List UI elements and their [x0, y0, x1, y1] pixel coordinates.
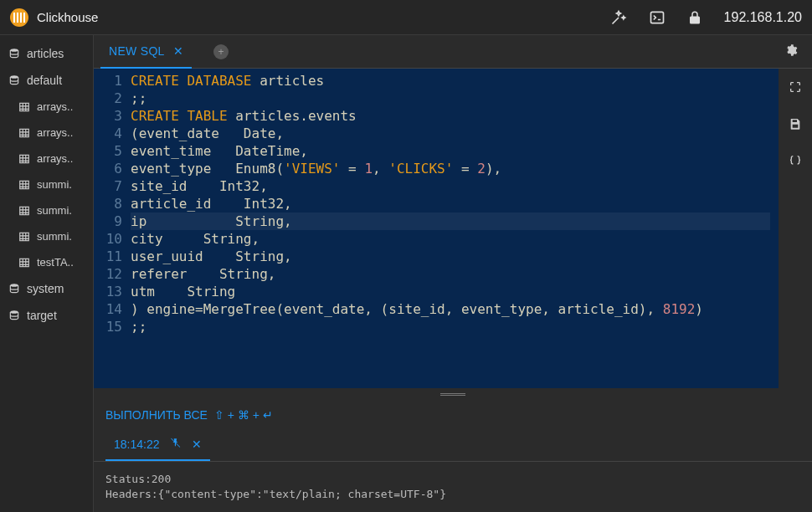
sidebar-item-label: arrays.. — [37, 126, 73, 139]
line-number: 3 — [94, 107, 122, 125]
table-icon — [18, 257, 30, 269]
topbar-left: Clickhouse — [10, 8, 98, 27]
sidebar-item-label: default — [27, 74, 62, 87]
line-number: 10 — [94, 230, 122, 248]
run-all-shortcut: ⇧ + ⌘ + ↵ — [214, 408, 273, 422]
app-logo — [10, 8, 28, 27]
code-line: article_id Int32, — [131, 195, 770, 212]
topbar-right: 192.168.1.20 — [610, 9, 802, 26]
line-number: 12 — [94, 265, 122, 283]
code-line: event_type Enum8('VIEWS' = 1, 'CLICKS' =… — [131, 160, 770, 177]
close-icon[interactable]: ✕ — [173, 44, 183, 58]
code-line: ) engine=MergeTree(event_date, (site_id,… — [131, 300, 770, 318]
database-icon — [8, 74, 20, 86]
svg-rect-5 — [20, 155, 29, 162]
sidebar-item-9[interactable]: system — [0, 275, 93, 302]
svg-rect-0 — [650, 12, 663, 23]
database-icon — [8, 310, 20, 321]
add-tab-button[interactable]: + — [213, 44, 229, 59]
code-line: site_id Int32, — [131, 177, 770, 195]
braces-icon[interactable] — [789, 154, 802, 171]
table-icon — [18, 231, 30, 243]
svg-rect-9 — [20, 259, 29, 266]
svg-point-11 — [10, 310, 18, 314]
line-number: 15 — [94, 318, 122, 335]
editor-wrap: 123456789101112131415 CREATE DATABASE ar… — [94, 69, 812, 388]
magic-icon[interactable] — [610, 9, 627, 26]
content: NEW SQL ✕ + 123456789101112131415 CREATE… — [94, 35, 812, 512]
sidebar-item-4[interactable]: arrays.. — [0, 146, 93, 172]
code-line: city String, — [131, 230, 770, 248]
line-number: 7 — [94, 177, 122, 195]
line-number: 1 — [94, 72, 122, 90]
tab-label: NEW SQL — [109, 44, 165, 58]
close-icon[interactable]: ✕ — [192, 438, 202, 451]
table-icon — [18, 127, 30, 139]
svg-rect-4 — [20, 129, 29, 136]
connection-ip: 192.168.1.20 — [724, 10, 802, 25]
sidebar-item-label: summi. — [37, 204, 72, 217]
line-number: 14 — [94, 300, 122, 318]
sidebar-item-2[interactable]: arrays.. — [0, 94, 93, 120]
sidebar-item-5[interactable]: summi. — [0, 172, 93, 197]
line-number: 6 — [94, 160, 122, 177]
sidebar-item-0[interactable]: articles — [0, 40, 93, 67]
svg-rect-3 — [20, 103, 29, 110]
svg-point-10 — [10, 284, 18, 287]
terminal-icon[interactable] — [649, 9, 666, 26]
sidebar-item-label: testTA.. — [37, 256, 74, 269]
pane-resize-handle[interactable] — [94, 388, 812, 400]
result-tab-time[interactable]: 18:14:22 ✕ — [105, 432, 210, 461]
tabs: NEW SQL ✕ + — [100, 35, 229, 69]
database-icon — [8, 283, 20, 294]
svg-rect-7 — [20, 207, 29, 214]
line-number: 8 — [94, 195, 122, 212]
sidebar-item-3[interactable]: arrays.. — [0, 120, 93, 146]
run-all-label: ВЫПОЛНИТЬ ВСЕ — [105, 408, 208, 422]
sidebar-item-label: arrays.. — [37, 152, 73, 165]
result-tab-label: 18:14:22 — [114, 438, 160, 451]
code-line: ip String, — [131, 212, 770, 230]
code-line: (event_date Date, — [131, 125, 770, 142]
sidebar-item-label: arrays.. — [37, 100, 73, 113]
table-icon — [18, 205, 30, 217]
run-bar[interactable]: ВЫПОЛНИТЬ ВСЕ ⇧ + ⌘ + ↵ — [94, 400, 812, 427]
code-line: referer String, — [131, 265, 770, 283]
app-title: Clickhouse — [37, 10, 98, 24]
sidebar-item-label: system — [27, 282, 64, 295]
lock-icon[interactable] — [687, 10, 702, 25]
sidebar-item-label: target — [27, 309, 57, 322]
pin-off-icon[interactable] — [170, 437, 182, 451]
line-number: 2 — [94, 90, 122, 107]
gear-icon[interactable] — [777, 44, 805, 60]
save-icon[interactable] — [789, 117, 802, 134]
code-line: user_uuid String, — [131, 248, 770, 265]
svg-point-1 — [10, 49, 18, 52]
code-line: ;; — [131, 90, 770, 107]
sidebar-item-1[interactable]: default — [0, 67, 93, 94]
svg-rect-8 — [20, 233, 29, 240]
sidebar-item-label: articles — [27, 47, 64, 60]
tab-new-sql[interactable]: NEW SQL ✕ — [100, 35, 192, 69]
sidebar-item-10[interactable]: target — [0, 302, 93, 329]
line-number: 5 — [94, 142, 122, 160]
line-gutter: 123456789101112131415 — [94, 72, 131, 388]
sql-editor[interactable]: 123456789101112131415 CREATE DATABASE ar… — [94, 69, 779, 388]
table-icon — [18, 101, 30, 113]
code-line: utm String — [131, 283, 770, 300]
table-icon — [18, 179, 30, 191]
svg-rect-6 — [20, 181, 29, 188]
code-area[interactable]: CREATE DATABASE articles;;CREATE TABLE a… — [131, 72, 779, 388]
sidebar-item-7[interactable]: summi. — [0, 223, 93, 249]
headers-line: Headers:{"content-type":"text/plain; cha… — [105, 487, 800, 502]
line-number: 9 — [94, 212, 122, 230]
right-rail — [779, 69, 812, 388]
sidebar-item-6[interactable]: summi. — [0, 197, 93, 223]
table-icon — [18, 153, 30, 165]
code-line: CREATE TABLE articles.events — [131, 107, 770, 125]
fullscreen-icon[interactable] — [789, 80, 802, 97]
result-tabs: 18:14:22 ✕ — [94, 427, 812, 462]
database-icon — [8, 48, 20, 59]
sidebar-item-8[interactable]: testTA.. — [0, 249, 93, 275]
sidebar-item-label: summi. — [37, 178, 72, 191]
